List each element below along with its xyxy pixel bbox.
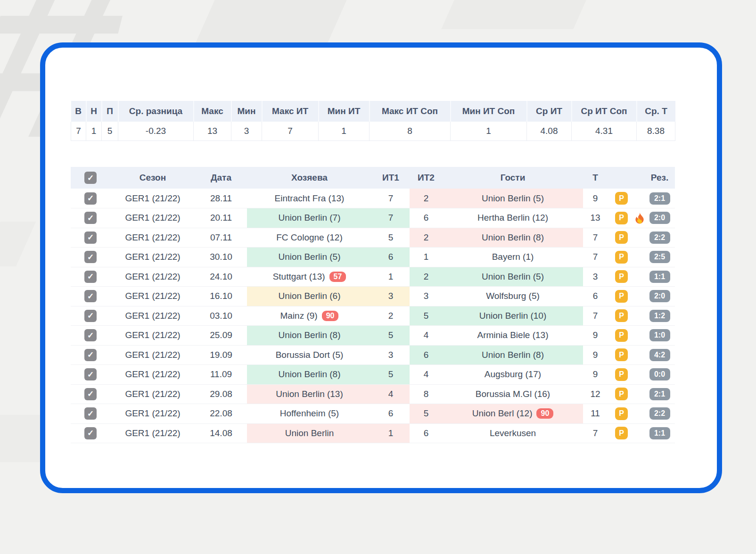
- match-row: ✓GER1 (21/22)20.11Union Berlin (7)76Hert…: [71, 208, 675, 228]
- guest-team-cell: Union Berl (12)90: [443, 404, 583, 424]
- checkbox-cell: ✓: [71, 365, 110, 385]
- result-badge: 4:2: [649, 349, 670, 361]
- guest-team-name: Union Berlin (10): [479, 311, 547, 321]
- prediction-cell: P: [608, 228, 644, 248]
- home-team-name: FC Cologne (12): [276, 232, 342, 242]
- prediction-badge[interactable]: P: [615, 192, 628, 205]
- result-cell: 1:1: [644, 267, 675, 287]
- row-checkbox[interactable]: ✓: [84, 427, 97, 439]
- season-cell: GER1 (21/22): [110, 365, 195, 385]
- checkbox-cell: ✓: [71, 248, 110, 267]
- row-checkbox[interactable]: ✓: [84, 368, 97, 380]
- summary-column-header: Макс ИТ Соп: [370, 101, 451, 122]
- guest-team-name: Union Berlin (8): [482, 232, 544, 242]
- row-checkbox[interactable]: ✓: [84, 192, 97, 205]
- guest-team-cell: Augsburg (17): [443, 365, 583, 385]
- total-cell: 9: [583, 365, 608, 385]
- home-team-cell: FC Cologne (12): [247, 228, 372, 248]
- summary-value: 13: [194, 122, 231, 141]
- summary-column-header: Ср. разница: [118, 101, 194, 122]
- guest-team-name: Arminia Biele (13): [477, 330, 549, 340]
- column-header-result: Рез.: [644, 167, 675, 189]
- summary-column-header: Макс ИТ: [262, 101, 319, 122]
- checkbox-cell: ✓: [71, 306, 110, 326]
- prediction-badge[interactable]: P: [615, 329, 628, 342]
- date-cell: 22.08: [195, 404, 247, 424]
- it2-cell: 5: [410, 404, 443, 424]
- season-cell: GER1 (21/22): [110, 423, 195, 443]
- result-badge: 1:0: [649, 329, 670, 341]
- date-cell: 16.10: [195, 287, 247, 306]
- home-team-name: Union Berlin (8): [279, 369, 341, 379]
- result-badge: 2:0: [649, 212, 670, 224]
- row-checkbox[interactable]: ✓: [84, 329, 97, 341]
- row-checkbox[interactable]: ✓: [84, 271, 97, 283]
- guest-team-name: Leverkusen: [490, 428, 536, 438]
- total-cell: 7: [583, 423, 608, 443]
- row-checkbox[interactable]: ✓: [84, 251, 97, 263]
- prediction-badge[interactable]: P: [615, 388, 628, 400]
- home-team-name: Union Berlin: [285, 428, 334, 438]
- row-checkbox[interactable]: ✓: [84, 232, 97, 244]
- minute-alert-badge: 57: [329, 272, 346, 282]
- match-row: ✓GER1 (21/22)30.10Union Berlin (5)61Baye…: [71, 248, 675, 267]
- result-cell: 2:2: [644, 404, 675, 424]
- column-header-date: Дата: [195, 167, 247, 189]
- summary-column-header: В: [71, 101, 86, 122]
- it1-cell: 6: [372, 404, 410, 424]
- result-badge: 2:1: [649, 192, 670, 205]
- home-team-cell: Eintracht Fra (13): [247, 189, 372, 208]
- row-checkbox[interactable]: ✓: [84, 388, 97, 400]
- prediction-badge[interactable]: P: [615, 290, 628, 303]
- total-cell: 7: [583, 306, 608, 326]
- prediction-badge[interactable]: P: [615, 212, 628, 224]
- summary-value: 1: [451, 122, 527, 141]
- guest-team-cell: Wolfsburg (5): [443, 287, 583, 306]
- prediction-cell: P: [608, 404, 644, 424]
- checkbox-cell: ✓: [71, 267, 110, 287]
- result-cell: 2:1: [644, 384, 675, 404]
- row-checkbox[interactable]: ✓: [84, 310, 97, 322]
- home-team-cell: Borussia Dort (5): [247, 345, 372, 365]
- total-cell: 11: [583, 404, 608, 424]
- checkbox-cell: ✓: [71, 404, 110, 424]
- prediction-cell: P: [608, 267, 644, 287]
- result-cell: 1:2: [644, 306, 675, 326]
- summary-header-row: ВНПСр. разницаМаксМинМакс ИТМин ИТМакс И…: [71, 101, 675, 122]
- result-badge: 0:0: [649, 368, 670, 380]
- summary-value: 8: [370, 122, 451, 141]
- prediction-badge[interactable]: P: [615, 231, 628, 244]
- home-team-cell: Union Berlin (6): [247, 287, 372, 306]
- date-cell: 28.11: [195, 189, 247, 208]
- home-team-cell: Mainz (9)90: [247, 306, 372, 326]
- it1-cell: 7: [372, 189, 410, 208]
- season-cell: GER1 (21/22): [110, 306, 195, 326]
- minute-alert-badge: 90: [536, 408, 553, 419]
- result-cell: 2:5: [644, 248, 675, 267]
- column-header-it1: ИТ1: [372, 167, 410, 189]
- prediction-badge[interactable]: P: [615, 348, 628, 361]
- row-checkbox[interactable]: ✓: [84, 349, 97, 361]
- home-team-cell: Hoffenheim (5): [247, 404, 372, 424]
- home-team-cell: Union Berlin (5): [247, 248, 372, 267]
- row-checkbox[interactable]: ✓: [84, 290, 97, 302]
- it1-cell: 3: [372, 287, 410, 306]
- result-badge: 2:2: [649, 232, 670, 244]
- select-all-checkbox[interactable]: ✓: [84, 172, 97, 184]
- row-checkbox[interactable]: ✓: [84, 212, 97, 224]
- row-checkbox[interactable]: ✓: [84, 407, 97, 420]
- prediction-badge[interactable]: P: [615, 251, 628, 264]
- prediction-badge[interactable]: P: [615, 270, 628, 283]
- season-cell: GER1 (21/22): [110, 404, 195, 424]
- prediction-badge[interactable]: P: [615, 407, 628, 420]
- column-header-season: Сезон: [110, 167, 195, 189]
- season-cell: GER1 (21/22): [110, 208, 195, 228]
- prediction-badge[interactable]: P: [615, 427, 628, 439]
- season-cell: GER1 (21/22): [110, 267, 195, 287]
- home-team-name: Union Berlin (6): [279, 291, 341, 301]
- match-row: ✓GER1 (21/22)19.09Borussia Dort (5)36Uni…: [71, 345, 675, 365]
- prediction-badge[interactable]: P: [615, 309, 628, 322]
- prediction-badge[interactable]: P: [615, 368, 628, 381]
- it2-cell: 2: [410, 267, 443, 287]
- it2-cell: 2: [410, 228, 443, 248]
